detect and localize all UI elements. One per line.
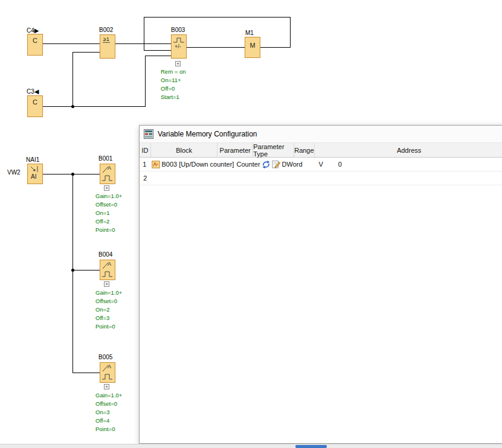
b005-parameters: Gain=1.0+ Offset=0 On=3 Off=4 Point=0: [95, 391, 122, 434]
cell-block: [151, 171, 218, 185]
cell-parameter: [217, 171, 253, 185]
cell-parameter-type: [254, 171, 295, 185]
column-header-id[interactable]: ID: [140, 143, 151, 157]
column-header-range[interactable]: Range: [294, 143, 315, 157]
cell-block: B003 [Up/Down counter]: [150, 158, 235, 171]
block-c4-cursor-input[interactable]: C: [27, 34, 43, 56]
block-c3-cursor-input[interactable]: C: [27, 95, 43, 117]
dialog-titlebar[interactable]: Variable Memory Configuration: [140, 126, 502, 143]
analog-input-glyph: AI: [31, 173, 36, 180]
wire-c4-b002: [43, 43, 100, 44]
label-b003: B003: [171, 27, 185, 33]
param-line: Gain=1.0+: [95, 289, 122, 297]
cell-parameter: Counter: [235, 158, 280, 171]
param-line: On=2: [95, 306, 122, 314]
table-row[interactable]: 1 B003 [Up/Down counter] Counter: [140, 158, 502, 171]
label-c4: C4▶: [27, 27, 39, 34]
cell-id: 1: [140, 158, 150, 171]
cell-id: 2: [140, 171, 151, 185]
counter-plusminus-glyph: +/-: [175, 43, 181, 50]
label-b002: B002: [99, 27, 113, 33]
b001-parameters: Gain=1.0+ Offset=0 On=1 Off=2 Point=0: [95, 192, 122, 234]
cursor-key-glyph: C: [28, 98, 42, 106]
fbd-canvas: C4▶ B002 B003 M1 C3◀ NAI1 VW2 B001 B004 …: [0, 0, 502, 448]
marker-glyph: M: [245, 42, 260, 49]
b004-parameters: Gain=1.0+ Offset=0 On=2 Off=3 Point=0: [95, 289, 122, 331]
block-nai1-network-analog-input[interactable]: AI: [27, 164, 43, 184]
dialog-icon: [144, 129, 153, 139]
wire-c3-up: [145, 56, 146, 107]
block-b004-analog-threshold[interactable]: A: [100, 260, 115, 280]
wire-branch-b002: [72, 52, 100, 53]
analog-a-glyph: A: [108, 261, 111, 267]
block-b005-analog-threshold[interactable]: A: [100, 362, 115, 383]
param-line: On=11+: [161, 76, 185, 85]
param-line: Offset=0: [95, 200, 122, 209]
param-line: Off=2: [95, 217, 122, 226]
param-line: Gain=1.0+: [95, 391, 122, 400]
wire-nai1-branch-down: [72, 174, 73, 373]
wire-c3-b003: [145, 56, 171, 56]
expand-icon[interactable]: +: [175, 61, 181, 66]
label-b004: B004: [98, 251, 112, 258]
block-m1-marker[interactable]: M: [245, 37, 260, 58]
edit-icon[interactable]: [272, 160, 281, 168]
label-c3: C3◀: [27, 88, 39, 95]
analog-a-glyph: A: [108, 363, 111, 370]
param-line: Off=3: [95, 314, 122, 322]
b003-parameters: Rem = on On=11+ Off=0 Start=1: [161, 68, 185, 101]
column-header-address[interactable]: Address: [315, 143, 502, 157]
expand-icon[interactable]: +: [104, 185, 109, 191]
column-header-parameter[interactable]: Parameter: [217, 143, 253, 157]
param-line: Point=0: [95, 425, 122, 434]
label-b005: B005: [98, 354, 112, 360]
cell-block-text: B003 [Up/Down counter]: [162, 161, 234, 168]
block-b002-or[interactable]: ≥1: [100, 34, 115, 59]
wire-b002-b003: [115, 43, 171, 44]
or-gate-glyph: ≥1: [103, 36, 110, 43]
param-line: Start=1: [161, 93, 185, 101]
junction-dot: [71, 269, 74, 272]
network-input-icon: [29, 165, 42, 173]
scrollbar-thumb[interactable]: [295, 445, 327, 448]
block-b001-analog-threshold[interactable]: A: [100, 164, 115, 184]
table-row[interactable]: 2: [140, 171, 502, 185]
column-header-block[interactable]: Block: [151, 143, 217, 157]
cell-parameter-type: DWord: [280, 158, 317, 171]
variable-memory-configuration-dialog: Variable Memory Configuration ID Block P…: [139, 125, 502, 444]
counter-step-icon: [173, 37, 185, 43]
cursor-key-glyph: C: [28, 37, 42, 44]
expand-icon[interactable]: +: [104, 384, 109, 389]
cell-parameter-text: Counter: [237, 161, 260, 168]
param-line: On=1: [95, 209, 122, 217]
param-line: Rem = on: [161, 68, 185, 76]
param-line: Offset=0: [95, 400, 122, 408]
param-line: Point=0: [95, 226, 122, 234]
column-header-parameter-type[interactable]: Parameter Type: [253, 143, 294, 157]
param-line: Gain=1.0+: [95, 192, 122, 200]
cell-address: [316, 171, 502, 185]
wire-feedback-right: [290, 17, 291, 48]
block-icon: [152, 161, 160, 168]
wire-m1-out: [260, 47, 291, 48]
param-line: Offset=0: [95, 297, 122, 306]
horizontal-scrollbar[interactable]: [0, 444, 502, 448]
wire-branch-b005: [72, 373, 100, 373]
expand-icon[interactable]: +: [104, 281, 109, 287]
param-line: Off=4: [95, 417, 122, 425]
cell-address: 0: [336, 158, 502, 171]
cell-range: V: [317, 158, 336, 171]
wire-branch-b004: [72, 270, 100, 270]
label-m1: M1: [245, 30, 254, 36]
label-b001: B001: [98, 155, 112, 162]
param-line: Off=0: [161, 85, 185, 93]
label-vw2: VW2: [7, 169, 21, 176]
wire-feedback-b003: [144, 50, 171, 51]
refresh-icon[interactable]: [262, 160, 271, 169]
analog-a-glyph: A: [108, 165, 111, 171]
junction-dot: [71, 173, 74, 176]
block-b003-updown-counter[interactable]: +/-: [171, 34, 187, 59]
wire-feedback-top: [144, 17, 291, 18]
wire-c3-branch-up: [72, 52, 73, 107]
junction-dot: [71, 105, 74, 108]
